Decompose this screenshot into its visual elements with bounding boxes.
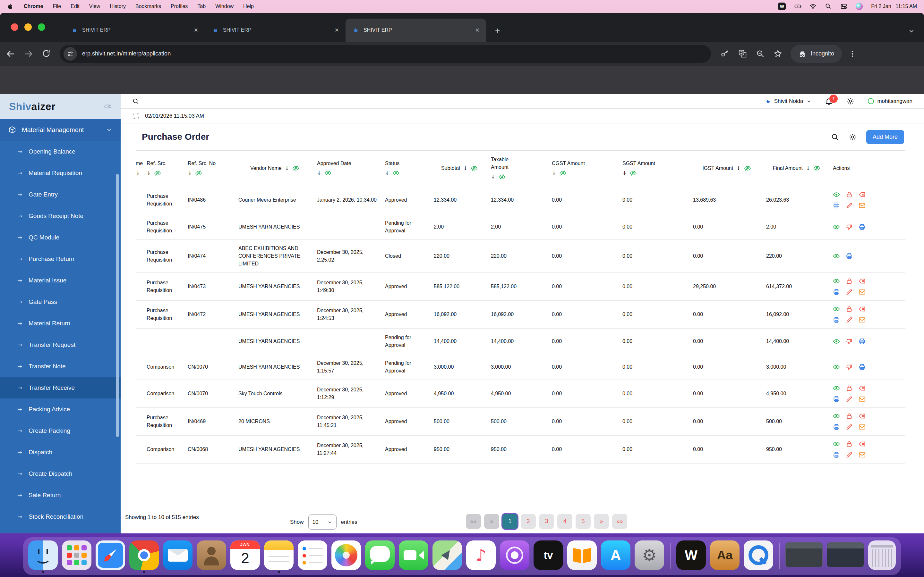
printer-action-icon[interactable] [833, 396, 840, 403]
translate-icon[interactable] [738, 49, 747, 58]
mail-action-icon[interactable] [859, 424, 866, 430]
passwords-key-icon[interactable] [720, 49, 729, 58]
pencil-action-icon[interactable] [846, 316, 853, 324]
books-icon[interactable] [567, 540, 597, 570]
siri-icon[interactable] [856, 3, 863, 10]
printer-action-icon[interactable] [833, 424, 840, 430]
lock-action-icon[interactable] [846, 385, 853, 392]
facetime-icon[interactable] [399, 540, 428, 570]
reload-icon[interactable] [42, 49, 51, 59]
safari-icon[interactable] [95, 540, 125, 570]
mail-action-icon[interactable] [859, 396, 866, 403]
sidebar-item-create-packing[interactable]: →Create Packing [0, 420, 121, 442]
page-button-2[interactable]: 2 [521, 514, 536, 529]
fullscreen-icon[interactable] [133, 113, 139, 119]
dock-item-maps[interactable] [433, 540, 462, 573]
eye-action-icon[interactable] [833, 440, 840, 448]
dock-item-tv[interactable]: tv [533, 540, 563, 573]
hide-column-icon[interactable] [744, 165, 751, 172]
dock-item-quicktime[interactable] [744, 540, 773, 573]
printer-action-icon[interactable] [859, 223, 866, 230]
column-header-taxable-amount[interactable]: Taxable Amount↓ [491, 151, 552, 185]
dock-item-safari[interactable] [95, 540, 125, 573]
minimize-window-button[interactable] [24, 23, 32, 31]
sort-icon[interactable]: ↓ [463, 164, 467, 172]
contacts-icon[interactable] [197, 540, 226, 570]
menu-tab[interactable]: Tab [197, 3, 206, 9]
page-button-1[interactable]: 1 [502, 514, 517, 529]
dock-item-notes[interactable] [264, 540, 294, 573]
mail-action-icon[interactable] [859, 451, 866, 458]
incognito-badge[interactable]: Incognito [790, 45, 842, 63]
eye-action-icon[interactable] [833, 306, 840, 313]
sort-icon[interactable]: ↓ [147, 169, 151, 177]
notes-icon[interactable] [264, 540, 294, 570]
pencil-action-icon[interactable] [846, 202, 853, 209]
eye-action-icon[interactable] [833, 413, 840, 420]
calendar-icon[interactable]: JAN2 [230, 540, 260, 570]
page-button-5[interactable]: 5 [575, 514, 591, 529]
sidebar-item-purchase-return[interactable]: →Purchase Return [0, 248, 121, 269]
cancel-action-icon[interactable] [859, 277, 866, 285]
sort-icon[interactable]: ↓ [806, 164, 810, 172]
sidebar-item-qc-module[interactable]: →QC Module [0, 227, 121, 248]
menu-history[interactable]: History [110, 3, 126, 9]
sidebar-item-sale-return[interactable]: →Sale Return [0, 484, 121, 506]
menu-help[interactable]: Help [243, 3, 254, 9]
sidebar-item-transfer-receive[interactable]: →Transfer Receive [0, 377, 121, 398]
browser-tab-1[interactable]: SHIVIT ERP✕ [64, 19, 205, 42]
page-size-select[interactable]: 10 [309, 514, 336, 530]
dock-item-podcasts[interactable] [500, 540, 529, 573]
mail-action-icon[interactable] [859, 202, 866, 209]
maps-icon[interactable] [433, 540, 462, 570]
browser-menu-icon[interactable] [848, 50, 857, 58]
sidebar-item-material-return[interactable]: →Material Return [0, 313, 121, 334]
dock-item-launchpad[interactable] [62, 540, 91, 573]
sidebar-scrollbar[interactable] [116, 174, 119, 437]
dictionary-icon[interactable]: Aa [710, 540, 740, 570]
column-header-ref-src-[interactable]: Ref. Src.↓ [147, 155, 188, 182]
column-header-approved-date[interactable]: Approved Date↓ [317, 155, 385, 182]
url-text[interactable]: erp.shivit.net.in/minierp/application [82, 50, 171, 57]
sort-icon[interactable]: ↓ [552, 169, 556, 177]
sidebar-item-gate-entry[interactable]: →Gate Entry [0, 184, 121, 205]
dock-item-window-1[interactable] [785, 542, 822, 573]
sort-icon[interactable]: ↓ [385, 169, 389, 177]
close-tab-icon[interactable]: ✕ [475, 27, 480, 34]
sidebar-item-transfer-request[interactable]: →Transfer Request [0, 334, 121, 356]
thumb-down-action-icon[interactable] [846, 223, 853, 230]
eye-action-icon[interactable] [833, 338, 840, 345]
pencil-action-icon[interactable] [846, 424, 853, 430]
window-1-icon[interactable] [785, 542, 822, 567]
eye-action-icon[interactable] [833, 253, 840, 259]
sort-icon[interactable]: ↓ [285, 164, 289, 172]
bookmark-star-icon[interactable] [774, 49, 782, 58]
chrome-icon[interactable] [129, 540, 159, 570]
global-search-icon[interactable] [132, 98, 139, 105]
site-settings-icon[interactable] [63, 47, 77, 61]
mail-icon[interactable] [163, 540, 192, 570]
browser-tab-2[interactable]: SHIVIT ERP✕ [205, 19, 346, 42]
wifi-icon[interactable] [809, 3, 817, 10]
sidebar-item-gate-pass[interactable]: →Gate Pass [0, 291, 121, 313]
column-header-cgst-amount[interactable]: CGST Amount↓ [552, 155, 622, 182]
printer-action-icon[interactable] [846, 253, 853, 259]
close-tab-icon[interactable]: ✕ [334, 27, 339, 34]
sidebar-item-packing-advice[interactable]: →Packing Advice [0, 398, 121, 420]
hide-column-icon[interactable] [292, 165, 299, 172]
printer-action-icon[interactable] [833, 451, 840, 458]
column-header-ref-src-no[interactable]: Ref. Src. No↓ [188, 155, 238, 182]
column-header-me[interactable]: me↓ [136, 155, 147, 182]
settings-icon[interactable]: ⚙ [635, 540, 664, 570]
printer-action-icon[interactable] [859, 364, 866, 371]
hide-column-icon[interactable] [154, 169, 161, 177]
hide-column-icon[interactable] [393, 169, 399, 177]
eye-action-icon[interactable] [833, 223, 840, 230]
sort-icon[interactable]: ↓ [188, 169, 192, 177]
printer-action-icon[interactable] [833, 202, 840, 209]
sidebar-item-material-issue[interactable]: →Material Issue [0, 269, 121, 291]
forward-icon[interactable] [24, 49, 33, 59]
trash-icon[interactable] [868, 540, 896, 570]
sidebar-item-create-dispatch[interactable]: →Create Dispatch [0, 463, 121, 484]
thumb-down-action-icon[interactable] [846, 364, 853, 371]
